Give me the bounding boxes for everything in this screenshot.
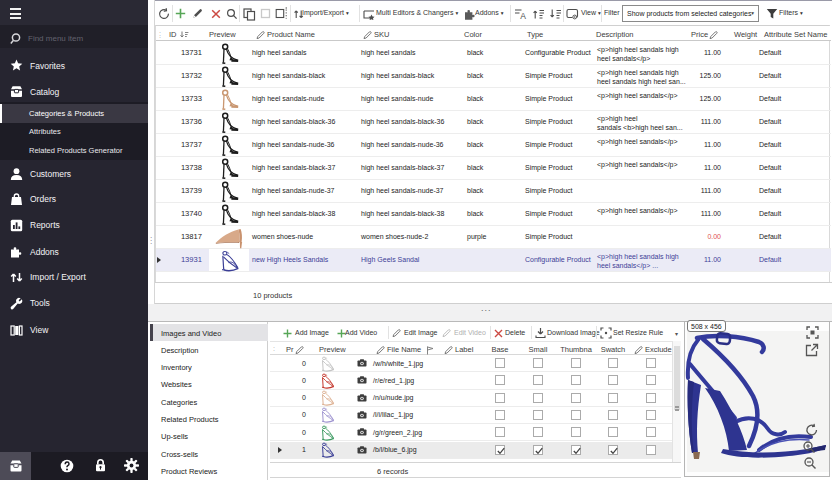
svg-text:A: A <box>520 11 526 20</box>
